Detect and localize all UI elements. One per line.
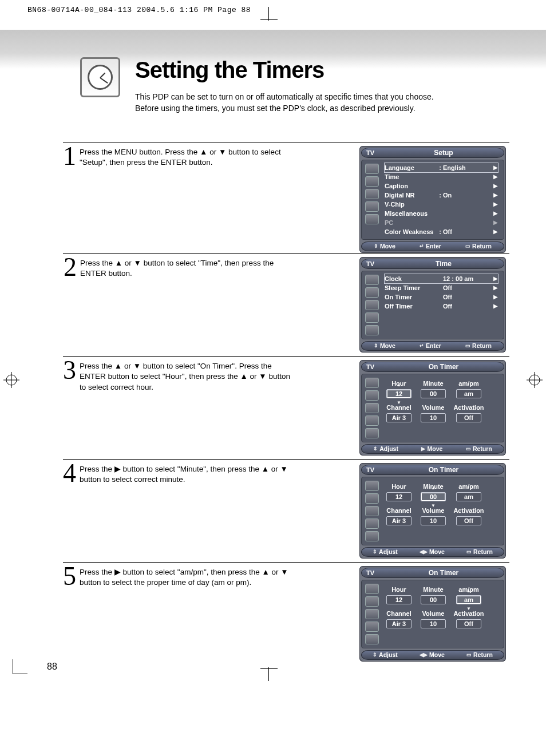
osd-sidebar-icon: [365, 312, 379, 323]
osd-value-cell[interactable]: 00: [418, 387, 449, 401]
osd-sidebar-icon: [365, 596, 379, 607]
step-row: 1 Press the MENU button. Press the ▲ or …: [63, 142, 509, 253]
osd-menu-item[interactable]: Clock 12 : 00 am ▶: [385, 274, 498, 283]
page-title: Setting the Timers: [135, 57, 456, 83]
osd-menu-item[interactable]: On Timer Off ▶: [385, 292, 498, 302]
osd-value-cell[interactable]: Off: [452, 514, 485, 528]
clock-icon: [80, 57, 120, 97]
osd-menu-item[interactable]: Language : English ▶: [385, 163, 498, 172]
osd-sidebar-icon: [365, 518, 379, 529]
osd-menu-item[interactable]: Sleep Timer Off ▶: [385, 283, 498, 292]
osd-column-header: Activation: [452, 404, 485, 411]
osd-column-header: Volume: [418, 404, 449, 411]
osd-value-cell[interactable]: Air 3: [383, 514, 414, 528]
osd-column-header: Channel: [383, 610, 414, 617]
osd-footer: ⇕Adjust◀▶Move▭Return: [361, 650, 504, 660]
osd-sidebar-icon: [365, 531, 379, 541]
osd-value-cell[interactable]: am: [452, 490, 485, 504]
osd-sidebar-icon: [365, 415, 379, 426]
step-number: 1: [63, 146, 76, 169]
osd-value-cell[interactable]: 10: [418, 514, 449, 528]
step-row: 2 Press the ▲ or ▼ button to select "Tim…: [63, 253, 509, 356]
osd-sidebar-icon: [365, 164, 379, 174]
osd-sidebar-icon: [365, 634, 379, 644]
osd-column-header: Hour: [383, 586, 414, 593]
osd-column-header: Volume: [418, 610, 449, 617]
osd-menu-item[interactable]: Color Weakness : Off ▶: [385, 227, 498, 236]
osd-menu-item[interactable]: Time ▶: [385, 172, 498, 181]
osd-column-header: Channel: [383, 507, 414, 514]
step-number: 3: [63, 360, 76, 394]
osd-column-header: Minute: [418, 586, 449, 593]
step-row: 3 Press the ▲ or ▼ button to select "On …: [63, 356, 509, 459]
osd-value-cell[interactable]: Off: [452, 411, 485, 425]
step-text: Press the ▲ or ▼ button to select "On Ti…: [80, 360, 292, 394]
step-text: Press the MENU button. Press the ▲ or ▼ …: [80, 146, 292, 169]
step-row: 5 Press the ▶ button to select "am/pm", …: [63, 562, 509, 665]
osd-menu-item[interactable]: Caption ▶: [385, 181, 498, 191]
osd-screen: TVTime Clock 12 : 00 am ▶ Sleep Timer Of…: [359, 257, 506, 353]
osd-sidebar-icon: [365, 325, 379, 335]
step-text: Press the ▶ button to select "am/pm", th…: [80, 566, 292, 589]
step-text: Press the ▶ button to select "Minute", t…: [80, 463, 292, 486]
osd-sidebar-icon: [365, 390, 379, 401]
osd-footer: ⇕Move↵Enter▭Return: [361, 242, 504, 251]
osd-menu-item[interactable]: Digital NR : On ▶: [385, 191, 498, 200]
osd-sidebar-icon: [365, 287, 379, 298]
osd-screen: TVOn Timer HourMinuteam/pm 12 ▲▼00 am Ch…: [359, 463, 506, 559]
osd-column-header: Activation: [452, 610, 485, 617]
osd-value-cell[interactable]: am: [452, 387, 485, 401]
osd-sidebar-icon: [365, 481, 379, 491]
osd-value-cell[interactable]: 12: [383, 593, 414, 607]
osd-sidebar-icon: [365, 176, 379, 187]
osd-value-cell[interactable]: ▲▼am: [452, 593, 485, 607]
osd-sidebar-icon: [365, 378, 379, 388]
osd-value-cell[interactable]: Air 3: [383, 411, 414, 425]
osd-menu-item[interactable]: Miscellaneous ▶: [385, 209, 498, 218]
osd-column-header: Minute: [418, 380, 449, 387]
osd-sidebar-icon: [365, 201, 379, 212]
osd-value-cell[interactable]: ▲▼00: [418, 490, 449, 504]
osd-sidebar-icon: [365, 214, 379, 224]
osd-value-cell[interactable]: Off: [452, 617, 485, 631]
osd-sidebar-icon: [365, 493, 379, 504]
osd-value-cell[interactable]: 00: [418, 593, 449, 607]
osd-value-cell[interactable]: 12: [383, 490, 414, 504]
page-number: 88: [47, 662, 57, 672]
osd-screen: TVOn Timer HourMinuteam/pm 12 00 ▲▼am Ch…: [359, 566, 506, 662]
intro-text: This PDP can be set to turn on or off au…: [135, 91, 456, 114]
osd-value-cell[interactable]: 10: [418, 411, 449, 425]
osd-value-cell[interactable]: ▲▼12: [383, 387, 414, 401]
osd-sidebar-icon: [365, 609, 379, 619]
osd-column-header: Volume: [418, 507, 449, 514]
osd-footer: ⇕Adjust▶Move▭Return: [361, 444, 504, 454]
osd-sidebar-icon: [365, 403, 379, 413]
osd-value-cell[interactable]: 10: [418, 617, 449, 631]
step-text: Press the ▲ or ▼ button to select "Time"…: [80, 257, 292, 280]
osd-sidebar-icon: [365, 584, 379, 594]
osd-menu-item[interactable]: Off Timer Off ▶: [385, 302, 498, 311]
osd-column-header: Channel: [383, 404, 414, 411]
osd-sidebar-icon: [365, 300, 379, 310]
step-number: 5: [63, 566, 76, 589]
osd-menu-item[interactable]: PC ▶: [385, 218, 498, 227]
osd-footer: ⇕Adjust◀▶Move▭Return: [361, 547, 504, 557]
osd-sidebar-icon: [365, 275, 379, 285]
osd-column-header: am/pm: [452, 380, 485, 387]
osd-screen: TVOn Timer HourMinuteam/pm ▲▼12 00 am Ch…: [359, 360, 506, 456]
osd-sidebar-icon: [365, 622, 379, 632]
osd-column-header: am/pm: [452, 483, 485, 490]
osd-footer: ⇕Move↵Enter▭Return: [361, 341, 504, 351]
step-number: 4: [63, 463, 76, 486]
osd-menu-item[interactable]: V-Chip ▶: [385, 200, 498, 209]
step-number: 2: [63, 257, 77, 280]
osd-sidebar-icon: [365, 506, 379, 516]
osd-screen: TVSetup Language : English ▶ Time ▶ Capt…: [359, 146, 506, 253]
osd-column-header: Hour: [383, 483, 414, 490]
osd-column-header: Activation: [452, 507, 485, 514]
osd-value-cell[interactable]: Air 3: [383, 617, 414, 631]
osd-sidebar-icon: [365, 428, 379, 438]
step-row: 4 Press the ▶ button to select "Minute",…: [63, 459, 509, 562]
osd-sidebar-icon: [365, 189, 379, 199]
